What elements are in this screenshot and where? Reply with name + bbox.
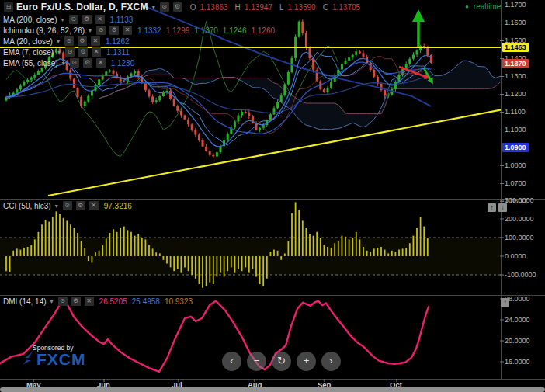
dmi-value: 26.5205 — [99, 297, 127, 306]
dmi-value: 25.4958 — [132, 297, 160, 306]
ema55-line — [6, 76, 431, 113]
ohlc-readout: O1.13863H1.13947L1.13590C1.13705 — [186, 3, 360, 12]
settings-button[interactable]: ⚙ — [173, 2, 182, 12]
legend-settings-button[interactable]: ⚙ — [78, 36, 87, 46]
legend-caret-icon[interactable]: ▾ — [57, 49, 61, 56]
dmi-pane-header: DMI (14, 14) ▾ ⊙ ⚙ ✕ 26.520525.495810.93… — [3, 297, 193, 306]
ohlc-key: O — [190, 3, 196, 12]
ohlc-key: H — [235, 3, 241, 12]
ohlc-value: 1.13863 — [200, 3, 227, 12]
cci-move-down-button[interactable]: ↓ — [498, 203, 507, 212]
price-tick-label: 1.1100 — [505, 108, 526, 116]
price-marker-label: 1.0900 — [502, 143, 529, 152]
cci-move-up-button[interactable]: ↑ — [488, 203, 496, 212]
price-marker-label: 1.1370 — [502, 59, 529, 68]
zoom-out-button[interactable]: − — [247, 352, 266, 371]
legend-caret-icon[interactable]: ▾ — [89, 27, 92, 34]
cci-tick-label: 300.0000 — [505, 196, 534, 204]
dmi-value: 10.9323 — [165, 297, 193, 306]
legend-label-ema55[interactable]: EMA (55, close) — [3, 59, 58, 68]
legend-close-button[interactable]: ✕ — [96, 58, 106, 68]
legend-settings-button[interactable]: ⚙ — [78, 47, 88, 57]
ohlc-value: 1.13947 — [245, 3, 272, 12]
ohlc-value: 1.13705 — [332, 3, 360, 12]
legend-close-button[interactable]: ✕ — [123, 26, 132, 35]
dmi-tick-label: 20.0000 — [505, 337, 530, 345]
ohlc-key: L — [279, 3, 284, 12]
legend-settings-button[interactable]: ⚙ — [109, 26, 119, 35]
legend-value: 1.1260 — [251, 26, 275, 35]
chart-nav-controls: ‹−↻+› — [220, 352, 342, 371]
ohlc-value: 1.13590 — [288, 3, 316, 12]
legend-close-button[interactable]: ✕ — [91, 36, 100, 46]
price-tick-label: 1.1000 — [505, 126, 526, 134]
dmi-caret-icon[interactable]: ▾ — [50, 298, 54, 305]
legend-value: 1.1332 — [137, 26, 161, 35]
legend-close-button[interactable]: ✕ — [92, 47, 101, 57]
cci-tick-label: 0.0000 — [505, 252, 526, 260]
legend-settings-button[interactable]: ⚙ — [83, 58, 92, 68]
legend-value: 1.1299 — [166, 26, 190, 35]
legend-caret-icon[interactable]: ▾ — [61, 16, 64, 23]
dmi-style-button[interactable]: ⊙ — [58, 297, 68, 306]
price-tick-label: 1.1300 — [505, 72, 526, 80]
chart-window: Sponsored by FXCM ⊟ Euro Fx/U.S. Dollar,… — [0, 0, 545, 392]
cci-tick-label: 100.0000 — [505, 234, 534, 241]
adx-line — [0, 298, 429, 372]
legend-value: 1.1246 — [223, 26, 247, 35]
cci-value: 97.3216 — [104, 202, 132, 210]
zoom-in-button[interactable]: + — [297, 352, 316, 371]
legend-row-ma20: MA (20, close)▾⊙⚙✕1.1262 — [3, 36, 275, 47]
legend-value: 1.1370 — [194, 26, 218, 35]
dmi-pane — [0, 298, 429, 372]
cci-settings-button[interactable]: ⚙ — [76, 201, 85, 210]
legend-value: 1.1230 — [111, 59, 135, 68]
cci-tick-label: -100.0000 — [505, 271, 536, 279]
indicator-legend: MA (200, close)▾⊙⚙✕1.1133Ichimoku (9, 26… — [3, 14, 275, 68]
legend-style-button[interactable]: ⊙ — [69, 15, 78, 24]
style-button[interactable]: ⊙ — [160, 2, 169, 12]
dmi-tick-label: 16.0000 — [505, 358, 530, 366]
symbol-title[interactable]: Euro Fx/U.S. Dollar, D, FXCM — [16, 2, 148, 12]
cci-style-button[interactable]: ⊙ — [63, 201, 72, 210]
legend-label-ema7[interactable]: EMA (7, close) — [3, 48, 54, 57]
price-tick-label: 1.1200 — [505, 90, 526, 98]
legend-row-ma200: MA (200, close)▾⊙⚙✕1.1133 — [3, 14, 275, 25]
legend-row-ichimoku: Ichimoku (9, 26, 52, 26)▾⊙⚙✕1.13321.1299… — [3, 25, 275, 36]
legend-caret-icon[interactable]: ▾ — [62, 60, 65, 67]
cci-pane-header: CCI (50, hlc3) ▾ ⊙ ⚙ ✕ 97.3216 — [3, 201, 132, 210]
cci-close-button[interactable]: ✕ — [89, 201, 99, 210]
price-marker-label: 1.1463 — [502, 43, 529, 52]
legend-row-ema7: EMA (7, close)▾⊙⚙✕1.1311 — [3, 47, 275, 57]
legend-label-ma200[interactable]: MA (200, close) — [3, 16, 57, 24]
legend-value: 1.1311 — [106, 48, 130, 57]
cci-caret-icon[interactable]: ▾ — [55, 203, 58, 210]
legend-style-button[interactable]: ⊙ — [65, 47, 75, 57]
bottom-scrollbar[interactable] — [0, 387, 545, 392]
symbol-caret-icon[interactable]: ▾ — [152, 4, 155, 11]
reset-zoom-button[interactable]: ↻ — [272, 352, 291, 371]
cci-label[interactable]: CCI (50, hlc3) — [3, 202, 51, 210]
price-tick-label: 1.1700 — [505, 1, 526, 9]
legend-style-button[interactable]: ⊙ — [70, 58, 79, 68]
legend-value: 1.1133 — [110, 16, 134, 24]
legend-style-button[interactable]: ⊙ — [96, 26, 106, 35]
legend-row-ema55: EMA (55, close)▾⊙⚙✕1.1230 — [3, 57, 275, 68]
price-tick-label: 1.0800 — [505, 161, 526, 169]
dmi-settings-button[interactable]: ⚙ — [71, 297, 81, 306]
legend-close-button[interactable]: ✕ — [95, 15, 105, 24]
legend-settings-button[interactable]: ⚙ — [82, 15, 92, 24]
legend-caret-icon[interactable]: ▾ — [57, 38, 60, 45]
dmi-tick-label: 24.0000 — [505, 316, 530, 324]
dmi-close-button[interactable]: ✕ — [85, 297, 94, 306]
legend-style-button[interactable]: ⊙ — [64, 36, 74, 46]
dmi-move-up-button[interactable]: ↑ — [501, 298, 509, 307]
dmi-label[interactable]: DMI (14, 14) — [3, 297, 47, 306]
ohlc-key: C — [323, 3, 328, 12]
pan-left-button[interactable]: ‹ — [222, 352, 241, 371]
collapse-icon[interactable]: ⊟ — [4, 2, 13, 12]
legend-label-ma20[interactable]: MA (20, close) — [3, 37, 53, 46]
legend-label-ichimoku[interactable]: Ichimoku (9, 26, 52, 26) — [3, 26, 85, 35]
pan-right-button[interactable]: › — [321, 352, 341, 371]
legend-value: 1.1262 — [106, 37, 130, 46]
